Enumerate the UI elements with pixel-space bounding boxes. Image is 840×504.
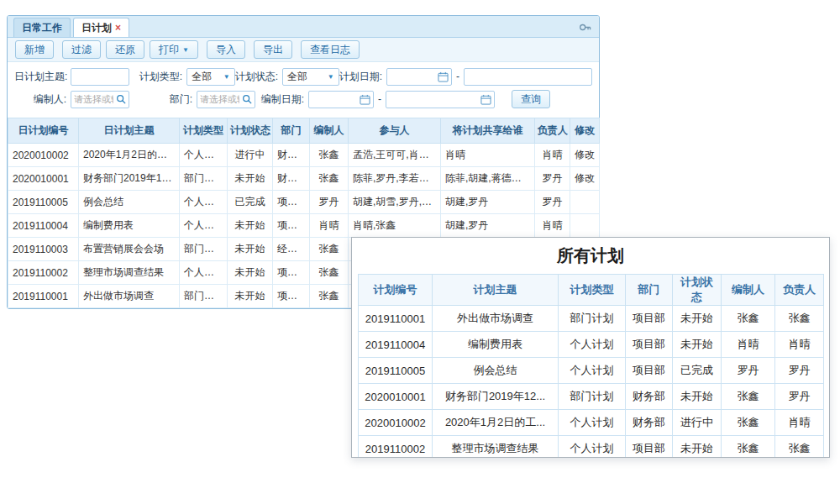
calendar-icon[interactable] <box>480 94 491 105</box>
cell-link[interactable]: 2019110004 <box>8 214 79 238</box>
cell-link[interactable] <box>570 191 600 214</box>
column-header[interactable]: 修改 <box>570 118 600 144</box>
column-header: 计划状态 <box>673 275 722 306</box>
department-field[interactable] <box>197 91 255 108</box>
cell-text: 张鑫 <box>310 261 349 285</box>
cell-link[interactable]: 2020010001 <box>8 167 79 191</box>
table-row[interactable]: 2019110004编制费用表个人计划未开始项目部肖晴肖晴,张鑫胡建,罗丹肖晴 <box>8 214 600 238</box>
plan-type-select[interactable]: 全部 ▼ <box>186 68 235 86</box>
cell-link[interactable]: 2019110005 <box>8 191 79 214</box>
cell-link[interactable]: 编制费用表 <box>79 214 180 238</box>
table-row[interactable]: 2019110004编制费用表个人计划项目部未开始肖晴肖晴 <box>359 332 824 358</box>
cell-text: 进行中 <box>673 410 722 436</box>
cell-text: 部门计划 <box>559 384 626 410</box>
cell-text: 外出做市场调查 <box>433 306 559 332</box>
cell-text: 肖晴 <box>441 144 535 167</box>
calendar-icon[interactable] <box>360 94 370 105</box>
plan-status-select[interactable]: 全部 ▼ <box>282 68 339 86</box>
creator-input[interactable] <box>71 92 116 107</box>
cell-link[interactable]: 布置营销展会会场 <box>79 238 180 261</box>
compile-date-from-field[interactable] <box>308 91 374 108</box>
cell-text: 例会总结 <box>433 358 559 384</box>
cell-link[interactable]: 2020010002 <box>8 144 79 167</box>
cell-link[interactable]: 修改 <box>570 144 600 167</box>
cell-text: 张鑫 <box>722 410 775 436</box>
table-row[interactable]: 2020010001财务部门2019年12月的...部门计划未开始财务部张鑫陈菲… <box>8 167 600 191</box>
cell-link[interactable]: 2019110001 <box>8 285 79 308</box>
cell-link[interactable]: 整理市场调查结果 <box>79 261 180 285</box>
table-row[interactable]: 20200100022020年1月2日的工...个人计划财务部进行中张鑫肖晴 <box>359 410 824 436</box>
compile-date-to-input[interactable] <box>386 92 480 107</box>
cell-link[interactable]: 肖晴 <box>535 214 570 238</box>
table-row[interactable]: 2019110002整理市场调查结果个人计划项目部未开始张鑫张鑫 <box>359 436 824 459</box>
column-header[interactable]: 负责人 <box>535 118 570 144</box>
tab-daily-work[interactable]: 日常工作 <box>13 18 71 37</box>
tab-daily-plan[interactable]: 日计划 × <box>73 18 129 37</box>
subject-label: 日计划主题: <box>14 70 66 84</box>
cell-link[interactable]: 2019110002 <box>8 261 79 285</box>
chevron-down-icon: ▼ <box>182 46 189 54</box>
cell-link[interactable]: 外出做市场调查 <box>79 285 180 308</box>
table-row[interactable]: 2019110005例会总结个人计划已完成项目部罗丹胡建,胡雪,罗丹,任晓...… <box>8 191 600 214</box>
creator-field[interactable] <box>71 91 129 108</box>
column-header[interactable]: 计划类型 <box>180 118 228 144</box>
plan-date-from-field[interactable] <box>386 68 452 86</box>
calendar-icon[interactable] <box>438 71 449 82</box>
add-button[interactable]: 新增 <box>15 40 54 59</box>
cell-link[interactable]: 例会总结 <box>79 191 180 214</box>
cell-link[interactable]: 罗丹 <box>535 191 570 214</box>
cell-link[interactable]: 2020年1月2日的工作日... <box>79 144 180 167</box>
cell-text: 未开始 <box>228 214 273 238</box>
view-log-button[interactable]: 查看日志 <box>301 40 360 59</box>
cell-link[interactable]: 财务部门2019年12月的... <box>79 167 180 191</box>
cell-text: 肖晴 <box>310 214 349 238</box>
cell-link[interactable]: 修改 <box>570 167 600 191</box>
plan-date-from-input[interactable] <box>387 69 438 84</box>
column-header[interactable]: 编制人 <box>310 118 349 144</box>
cell-text: 个人计划 <box>559 358 626 384</box>
cell-text: 已完成 <box>228 191 273 214</box>
cell-text: 整理市场调查结果 <box>433 436 559 459</box>
print-button[interactable]: 打印 ▼ <box>150 40 198 59</box>
table-row[interactable]: 2019110001外出做市场调查部门计划项目部未开始张鑫张鑫 <box>359 306 824 332</box>
search-icon[interactable] <box>116 94 126 104</box>
subject-input[interactable] <box>71 68 129 86</box>
search-icon[interactable] <box>242 94 252 104</box>
cell-text: 个人计划 <box>180 191 228 214</box>
key-icon[interactable] <box>579 21 591 34</box>
cell-text: 罗丹 <box>775 384 824 410</box>
column-header[interactable]: 日计划编号 <box>8 118 79 144</box>
table-row[interactable]: 2020010001财务部门2019年12...部门计划财务部未开始张鑫罗丹 <box>359 384 824 410</box>
cell-text: 胡建,罗丹 <box>441 214 535 238</box>
restore-button[interactable]: 还原 <box>106 40 144 59</box>
compile-date-to-field[interactable] <box>386 91 495 108</box>
filter-button[interactable]: 过滤 <box>62 40 101 59</box>
department-input[interactable] <box>197 92 242 107</box>
cell-link[interactable]: 2019110003 <box>8 238 79 261</box>
column-header[interactable]: 计划状态 <box>228 118 273 144</box>
plan-date-to-input[interactable] <box>465 69 589 84</box>
compile-date-from-input[interactable] <box>309 92 360 107</box>
column-header: 计划主题 <box>433 275 559 306</box>
cell-text: 张鑫 <box>722 306 775 332</box>
column-header[interactable]: 参与人 <box>349 118 441 144</box>
import-button[interactable]: 导入 <box>207 40 245 59</box>
cell-link[interactable] <box>570 214 600 238</box>
cell-link[interactable]: 罗丹 <box>535 167 570 191</box>
column-header[interactable]: 将计划共享给谁 <box>441 118 535 144</box>
column-header: 部门 <box>626 275 673 306</box>
column-header[interactable]: 部门 <box>273 118 310 144</box>
cell-text: 张鑫 <box>310 144 349 167</box>
cell-link[interactable]: 肖晴 <box>535 144 570 167</box>
table-row[interactable]: 2019110005例会总结个人计划项目部已完成罗丹罗丹 <box>359 358 824 384</box>
table-row[interactable]: 20200100022020年1月2日的工作日...个人计划进行中财务部张鑫孟浩… <box>8 144 600 167</box>
plan-date-to-field[interactable] <box>464 68 592 86</box>
cell-text: 财务部 <box>273 144 310 167</box>
cell-text: 项目部 <box>273 191 310 214</box>
close-icon[interactable]: × <box>115 22 121 34</box>
cell-text: 部门计划 <box>180 167 228 191</box>
cell-text: 进行中 <box>228 144 273 167</box>
export-button[interactable]: 导出 <box>254 40 292 59</box>
search-button[interactable]: 查询 <box>512 90 550 108</box>
column-header[interactable]: 日计划主题 <box>79 118 180 144</box>
